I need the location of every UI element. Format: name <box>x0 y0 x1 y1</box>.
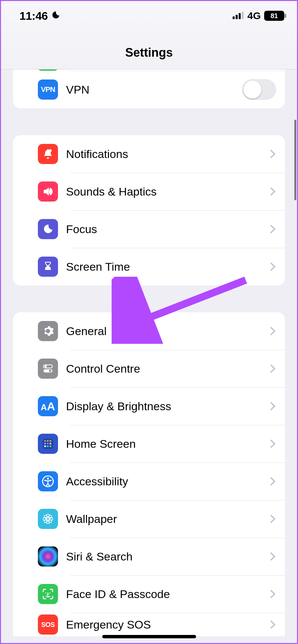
settings-row-wallpaper[interactable]: Wallpaper <box>13 500 285 538</box>
chevron-right-icon <box>267 590 275 598</box>
network-type: 4G <box>247 10 261 21</box>
siri-icon <box>38 546 58 567</box>
row-label: General <box>58 325 268 338</box>
svg-point-4 <box>49 149 52 152</box>
status-left: 11:46 <box>19 9 60 22</box>
do-not-disturb-icon <box>51 9 60 22</box>
settings-row-screentime[interactable]: Screen Time <box>13 248 285 285</box>
gear-icon <box>38 321 58 341</box>
grid-icon <box>38 434 58 454</box>
aa-icon: AA <box>38 396 58 416</box>
svg-rect-10 <box>44 440 46 442</box>
chevron-right-icon <box>267 515 275 523</box>
svg-rect-11 <box>47 440 49 442</box>
settings-row-sounds[interactable]: Sounds & Haptics <box>13 173 285 210</box>
row-label: Focus <box>58 223 268 236</box>
row-label: Notifications <box>58 148 268 161</box>
settings-row-focus[interactable]: Focus <box>13 210 285 248</box>
row-label: VPN <box>58 83 242 96</box>
svg-rect-17 <box>47 445 49 447</box>
sos-icon: SOS <box>38 614 58 635</box>
chevron-right-icon <box>267 262 275 271</box>
battery-indicator: 81 <box>264 11 284 21</box>
svg-rect-1 <box>236 15 238 19</box>
chevron-right-icon <box>267 150 275 158</box>
svg-rect-12 <box>50 440 51 442</box>
hourglass-icon <box>38 257 58 277</box>
cellular-signal-icon <box>233 10 244 21</box>
switches-icon <box>38 359 58 379</box>
speaker-icon <box>38 181 58 202</box>
row-label: Screen Time <box>58 260 268 273</box>
settings-group-attention: Notifications Sounds & Haptics Focus Scr… <box>13 135 285 285</box>
status-right: 4G 81 <box>233 10 284 21</box>
svg-point-31 <box>50 593 51 594</box>
svg-point-30 <box>46 593 47 594</box>
accessibility-icon <box>38 471 58 491</box>
bell-icon <box>38 144 58 164</box>
settings-row-general[interactable]: General <box>13 312 285 350</box>
scrollbar[interactable] <box>294 120 296 200</box>
chevron-right-icon <box>267 327 275 335</box>
svg-point-20 <box>47 478 49 480</box>
flower-icon <box>38 509 58 529</box>
settings-group-general: General Control Centre AA Display & Brig… <box>13 312 285 636</box>
moon-icon <box>38 219 58 239</box>
row-label: Sounds & Haptics <box>58 185 268 198</box>
settings-row-controlcentre[interactable]: Control Centre <box>13 350 285 387</box>
svg-rect-14 <box>47 443 49 444</box>
chevron-right-icon <box>267 552 275 560</box>
battery-percent: 81 <box>271 12 278 20</box>
settings-row-display[interactable]: AA Display & Brightness <box>13 387 285 425</box>
svg-point-8 <box>49 370 51 372</box>
svg-rect-16 <box>44 445 46 447</box>
settings-row-homescreen[interactable]: Home Screen <box>13 425 285 463</box>
settings-row-vpn[interactable]: VPN VPN <box>13 71 285 108</box>
chevron-right-icon <box>267 402 275 410</box>
page-title: Settings <box>125 46 173 60</box>
svg-rect-2 <box>239 13 241 19</box>
settings-row-notifications[interactable]: Notifications <box>13 135 285 173</box>
row-label: Emergency SOS <box>58 618 268 631</box>
status-bar: 11:46 4G 81 <box>1 1 297 31</box>
settings-row-faceid[interactable]: Face ID & Passcode <box>13 575 285 613</box>
svg-rect-3 <box>242 12 244 19</box>
row-label: Control Centre <box>58 362 268 375</box>
row-label: Face ID & Passcode <box>58 588 268 601</box>
status-time: 11:46 <box>19 9 48 22</box>
svg-point-6 <box>45 365 47 368</box>
row-label: Display & Brightness <box>58 400 268 413</box>
svg-rect-18 <box>50 445 51 447</box>
chevron-right-icon <box>267 364 275 373</box>
chevron-right-icon <box>267 187 275 196</box>
settings-row-siri[interactable]: Siri & Search <box>13 538 285 575</box>
chevron-right-icon <box>267 439 275 448</box>
row-label: Siri & Search <box>58 550 268 563</box>
settings-scroll-area[interactable]: VPN VPN Notifications Sounds & Haptics <box>1 69 297 643</box>
svg-rect-13 <box>44 443 46 444</box>
vpn-icon: VPN <box>38 79 58 100</box>
chevron-right-icon <box>267 620 275 629</box>
row-label: Accessibility <box>58 475 268 488</box>
toggle-knob <box>243 80 261 99</box>
svg-rect-0 <box>233 16 235 19</box>
chevron-right-icon <box>267 225 275 233</box>
settings-row-accessibility[interactable]: Accessibility <box>13 463 285 500</box>
settings-row-sos[interactable]: SOS Emergency SOS <box>13 613 285 636</box>
row-label: Home Screen <box>58 437 268 450</box>
home-indicator <box>102 635 196 638</box>
face-icon <box>38 584 58 604</box>
vpn-toggle[interactable] <box>242 79 276 100</box>
svg-rect-15 <box>50 443 51 444</box>
row-label: Wallpaper <box>58 513 268 526</box>
chevron-right-icon <box>267 477 275 485</box>
